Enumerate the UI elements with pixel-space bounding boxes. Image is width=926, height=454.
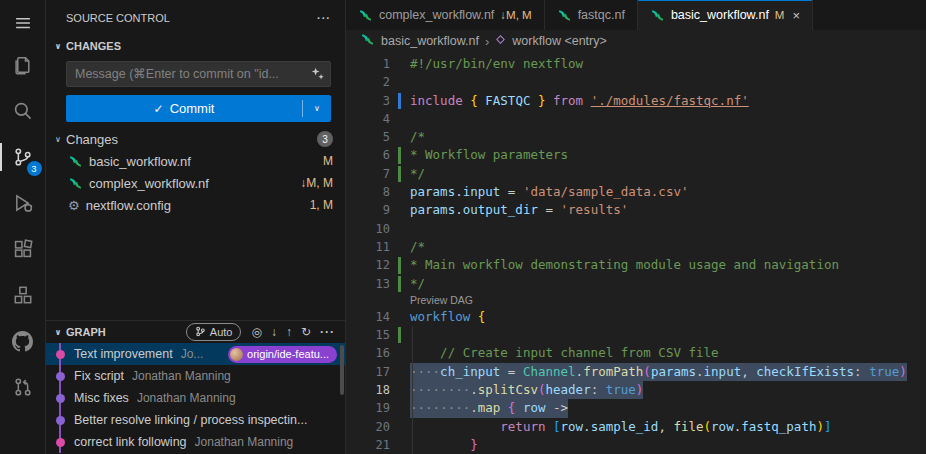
breadcrumb[interactable]: basic_workflow.nf › workflow <entry> (346, 30, 926, 52)
token: ( (643, 364, 651, 379)
search-button[interactable] (0, 88, 46, 134)
token: true (869, 364, 899, 379)
check-icon: ✓ (154, 102, 164, 116)
changes-tree-row[interactable]: ∨ Changes 3 (46, 128, 345, 150)
pull-request-button[interactable] (0, 364, 46, 410)
line-gutter: 21 (346, 436, 410, 454)
commit-message-input[interactable] (66, 61, 331, 87)
file-row[interactable]: complex_workflow.nf↓M, M (46, 172, 345, 194)
changes-section-header[interactable]: ∨ CHANGES (46, 35, 345, 57)
menu-button[interactable] (0, 4, 46, 42)
more-icon[interactable]: ··· (320, 325, 335, 339)
file-row[interactable]: basic_workflow.nfM (46, 150, 345, 172)
github-button[interactable] (0, 318, 46, 364)
sparkle-icon[interactable] (310, 66, 325, 84)
token (410, 437, 470, 452)
token: header (546, 382, 591, 397)
commit-row[interactable]: correct link followingJonathan Manning (46, 431, 345, 453)
token (515, 400, 523, 415)
token (583, 93, 591, 108)
indent-guide (412, 326, 413, 454)
token: sample_id (591, 419, 659, 434)
commit-author: Jonathan Manning (132, 369, 231, 383)
commit-row[interactable]: Text improvementJo...origin/ide-featu... (46, 343, 345, 365)
tab-git-status: M (775, 9, 785, 21)
code-line: 13*/ (346, 275, 926, 293)
tab-complex_workflow.nf[interactable]: complex_workflow.nf↓M, M (346, 0, 545, 30)
close-icon[interactable]: × (792, 8, 800, 23)
repo-picker[interactable]: Auto (186, 323, 242, 341)
git-status-label: ↓M, M (300, 176, 333, 190)
more-actions-icon[interactable]: ··· (317, 12, 331, 24)
code-line: 11/* (346, 238, 926, 256)
code-line: 1#!/usr/bin/env nextflow (346, 55, 926, 73)
branch-tag[interactable]: origin/ide-featu... (228, 346, 337, 363)
target-icon[interactable]: ◎ (251, 325, 261, 339)
code-text: * Main workflow demonstrating module usa… (410, 256, 839, 274)
line-number: 20 (346, 418, 390, 436)
token: ch_input (440, 364, 500, 379)
changes-section-label: CHANGES (66, 40, 121, 52)
code-line: 10 (346, 220, 926, 238)
tab-basic_workflow.nf[interactable]: basic_workflow.nfM× (638, 0, 813, 30)
line-gutter: 3 (346, 92, 410, 110)
code-line: 18········.splitCsv(header: true) (346, 381, 926, 399)
tab-fastqc.nf[interactable]: fastqc.nf (545, 0, 638, 30)
scrollbar[interactable] (340, 345, 344, 395)
line-gutter: 17 (346, 363, 410, 381)
code-line: 15 (346, 326, 926, 344)
line-gutter: 6 (346, 146, 410, 164)
commit-message: Better resolve linking / process inspect… (74, 413, 307, 427)
token (500, 400, 508, 415)
token: return (500, 419, 545, 434)
editor-group: complex_workflow.nf↓M, Mfastqc.nfbasic_w… (346, 0, 926, 454)
token: map (478, 400, 501, 415)
line-number: 5 (346, 128, 390, 146)
token: './modules/fastqc.nf' (591, 93, 749, 108)
file-name: complex_workflow.nf (89, 176, 209, 191)
commit-dot (56, 416, 65, 425)
gear-icon: ⚙ (68, 199, 80, 212)
token: ( (538, 382, 546, 397)
git-gutter-marker (398, 93, 401, 109)
token: // Create input channel from CSV file (440, 345, 718, 360)
line-number: 19 (346, 399, 390, 417)
sidebar-spacer (46, 216, 345, 320)
token: , (658, 419, 673, 434)
nextflow-icon (360, 32, 375, 50)
line-gutter: 7 (346, 165, 410, 183)
code-line: 7*/ (346, 165, 926, 183)
file-row[interactable]: ⚙nextflow.config1, M (46, 194, 345, 216)
run-debug-button[interactable] (0, 180, 46, 226)
commit-row[interactable]: Misc fixesJonathan Manning (46, 387, 345, 409)
graph-section-header[interactable]: ∨ GRAPH Auto ◎↓↑↻··· (46, 321, 345, 343)
token: . (455, 184, 463, 199)
commit-button-main[interactable]: ✓ Commit (66, 101, 302, 116)
line-gutter: 9 (346, 201, 410, 219)
extensions-button[interactable] (0, 226, 46, 272)
git-gutter-marker (398, 327, 401, 343)
push-icon[interactable]: ↑ (286, 325, 292, 339)
pull-icon[interactable]: ↓ (271, 325, 277, 339)
token: * Main workflow demonstrating module usa… (410, 257, 839, 272)
breadcrumb-file[interactable]: basic_workflow.nf (381, 34, 479, 48)
code-text: * Workflow parameters (410, 146, 568, 164)
git-gutter-marker (398, 166, 401, 182)
codelens-label[interactable]: Preview DAG (410, 294, 473, 306)
refresh-icon[interactable]: ↻ (301, 325, 311, 339)
commit-row[interactable]: Better resolve linking / process inspect… (46, 409, 345, 431)
token: file (673, 419, 703, 434)
breadcrumb-symbol[interactable]: workflow <entry> (512, 34, 606, 48)
explorer-button[interactable] (0, 42, 46, 88)
graph-section: ∨ GRAPH Auto ◎↓↑↻··· Text improvementJo.… (46, 320, 345, 454)
chevron-down-icon[interactable]: ∨ (303, 104, 331, 113)
code-text: include { FASTQC } from './modules/fastq… (410, 92, 749, 110)
editor[interactable]: 1#!/usr/bin/env nextflow23include { FAST… (346, 52, 926, 454)
commit-row[interactable]: Fix scriptJonathan Manning (46, 365, 345, 387)
source-control-button[interactable]: 3 (0, 134, 46, 180)
code-line: 8params.input = 'data/sample_data.csv' (346, 183, 926, 201)
token: ] (824, 419, 832, 434)
commit-dot (56, 372, 65, 381)
containers-button[interactable] (0, 272, 46, 318)
commit-button[interactable]: ✓ Commit ∨ (66, 95, 331, 122)
